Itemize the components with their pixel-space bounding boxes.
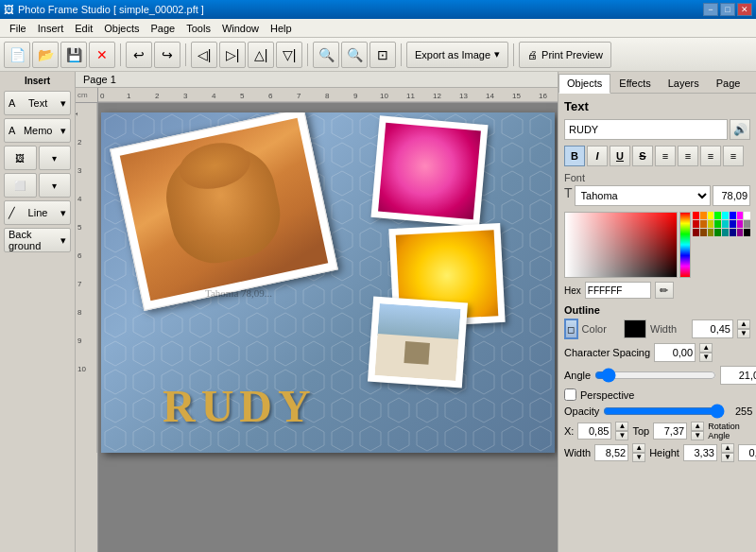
swatch-dk-teal[interactable] (722, 229, 729, 236)
opacity-slider[interactable] (603, 405, 725, 418)
swatch-magenta[interactable] (737, 212, 744, 219)
strikethrough-btn[interactable]: S (632, 146, 653, 166)
height-down[interactable]: ▼ (721, 453, 734, 462)
swatch-gray[interactable] (744, 220, 750, 228)
outline-width-down[interactable]: ▼ (737, 329, 750, 338)
rotation-input[interactable] (738, 444, 756, 461)
align-left-text-btn[interactable]: ≡ (655, 146, 676, 166)
char-spacing-input[interactable] (654, 343, 696, 362)
text-sound-btn[interactable]: 🔊 (730, 119, 750, 140)
redo-action[interactable]: ↪ (154, 42, 180, 68)
swatch-white[interactable] (744, 212, 750, 219)
swatch-purple[interactable] (737, 220, 744, 228)
image-dropdown-btn[interactable]: ▾ (39, 146, 72, 170)
background-tool-btn[interactable]: Back ground ▾ (4, 228, 71, 252)
menu-objects[interactable]: Objects (98, 21, 145, 36)
width-pos-input[interactable] (594, 444, 628, 461)
tab-settings[interactable]: Settings (748, 74, 756, 93)
swatch-dkgreen[interactable] (714, 220, 721, 228)
menu-file[interactable]: File (4, 21, 32, 36)
swatch-maroon[interactable] (693, 229, 699, 236)
tab-objects[interactable]: Objects (558, 74, 610, 94)
tab-layers[interactable]: Layers (660, 74, 708, 93)
font-select[interactable]: Tahoma (575, 185, 711, 206)
top-input[interactable] (653, 423, 687, 440)
menu-insert[interactable]: Insert (32, 21, 70, 36)
fit-btn[interactable]: ⊡ (369, 42, 396, 68)
swatch-dk-brown[interactable] (700, 229, 707, 236)
swatch-dk-forest[interactable] (714, 229, 721, 236)
photo-frame-flower[interactable] (371, 115, 489, 227)
save-button[interactable]: 💾 (60, 42, 87, 68)
outline-width-up[interactable]: ▲ (737, 319, 750, 329)
align-left-btn[interactable]: ◁| (191, 42, 217, 68)
line-tool-btn[interactable]: ╱ Line ▾ (4, 200, 71, 225)
swatch-cyan[interactable] (722, 212, 729, 219)
hex-input[interactable] (585, 282, 651, 299)
swatch-red[interactable] (693, 212, 699, 219)
width-up[interactable]: ▲ (632, 443, 645, 453)
frame-btn[interactable]: ⬜ (4, 173, 37, 198)
italic-btn[interactable]: I (587, 146, 608, 166)
tab-effects[interactable]: Effects (610, 74, 659, 93)
frame-dropdown-btn[interactable]: ▾ (39, 173, 72, 198)
menu-window[interactable]: Window (216, 21, 265, 36)
x-up[interactable]: ▲ (615, 422, 628, 431)
zoom-out-btn[interactable]: 🔍 (341, 42, 368, 68)
menu-tools[interactable]: Tools (180, 21, 216, 36)
height-input[interactable] (683, 444, 717, 461)
align-bottom-btn[interactable]: ▽| (276, 42, 302, 68)
swatch-olive[interactable] (708, 220, 714, 228)
angle-input[interactable] (720, 366, 756, 385)
page-tab[interactable]: Page 1 (76, 72, 558, 88)
outline-type-btn[interactable]: ◻ (564, 319, 578, 339)
outline-color-swatch[interactable] (624, 319, 646, 338)
eyedropper-button[interactable]: ✏ (655, 282, 674, 299)
swatch-green[interactable] (714, 212, 721, 219)
width-down[interactable]: ▼ (632, 453, 645, 462)
export-button[interactable]: Export as Image ▾ (406, 42, 508, 68)
text-value-input[interactable] (564, 119, 728, 140)
swatch-navy[interactable] (730, 220, 736, 228)
canvas-scroll[interactable]: RUDY Tahoma 78,09... (98, 103, 558, 552)
tab-page[interactable]: Page (708, 74, 749, 93)
align-center-text-btn[interactable]: ≡ (678, 146, 698, 166)
x-input[interactable] (577, 423, 611, 440)
swatch-dk-navy[interactable] (730, 229, 736, 236)
angle-slider[interactable] (594, 369, 716, 382)
close-button[interactable]: ✕ (737, 3, 752, 16)
minimize-button[interactable]: − (703, 3, 718, 16)
rudy-text[interactable]: RUDY (163, 380, 317, 432)
perspective-checkbox[interactable] (564, 388, 576, 401)
menu-page[interactable]: Page (146, 21, 181, 36)
undo-action[interactable]: ↩ (126, 42, 152, 68)
font-size-input[interactable] (713, 185, 750, 206)
swatch-brown[interactable] (700, 220, 707, 228)
underline-btn[interactable]: U (610, 146, 630, 166)
char-spacing-up[interactable]: ▲ (699, 343, 713, 353)
align-justify-text-btn[interactable]: ≡ (723, 146, 744, 166)
x-down[interactable]: ▼ (615, 431, 628, 440)
height-up[interactable]: ▲ (721, 443, 734, 453)
canvas-page[interactable]: RUDY Tahoma 78,09... (101, 112, 555, 453)
zoom-in-btn[interactable]: 🔍 (313, 42, 339, 68)
align-right-text-btn[interactable]: ≡ (700, 146, 721, 166)
swatch-yellow[interactable] (708, 212, 714, 219)
image-btn-1[interactable]: 🖼 (4, 146, 37, 170)
color-hue-bar[interactable] (679, 212, 691, 278)
bold-btn[interactable]: B (564, 146, 585, 166)
swatch-blue[interactable] (730, 212, 736, 219)
menu-edit[interactable]: Edit (69, 21, 98, 36)
char-spacing-down[interactable]: ▼ (699, 353, 713, 362)
memo-tool-btn[interactable]: A Memo ▾ (4, 118, 71, 143)
align-top-btn[interactable]: △| (248, 42, 274, 68)
top-up[interactable]: ▲ (691, 422, 704, 431)
print-preview-button[interactable]: 🖨 Print Preview (519, 42, 611, 68)
maximize-button[interactable]: □ (720, 3, 735, 16)
swatch-dk-olive[interactable] (708, 229, 714, 236)
color-gradient-box[interactable] (564, 212, 678, 278)
swatch-dk-purple[interactable] (737, 229, 744, 236)
swatch-black[interactable] (744, 229, 750, 236)
swatch-orange[interactable] (700, 212, 707, 219)
text-tool-btn[interactable]: A Text ▾ (4, 91, 71, 115)
